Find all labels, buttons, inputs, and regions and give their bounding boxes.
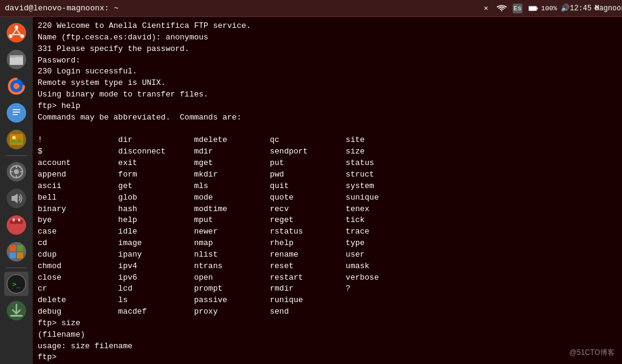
svg-point-17	[12, 136, 16, 140]
firefox-icon	[7, 76, 26, 96]
titlebar-right: ✕ Es 100% 🔊 12:45 ⚙ MagnoonX	[481, 4, 617, 13]
keyboard-lang-icon[interactable]: Es	[513, 4, 522, 13]
sidebar-item-terminal[interactable]: >_	[4, 272, 29, 296]
sidebar-item-photos[interactable]	[4, 127, 29, 152]
svg-rect-15	[13, 114, 18, 115]
files-icon	[7, 50, 26, 69]
volume-icon[interactable]: 🔊	[560, 4, 570, 13]
svg-rect-12	[11, 106, 22, 120]
svg-rect-33	[10, 315, 22, 317]
sidebar-item-calendar[interactable]	[4, 213, 29, 237]
sound-icon	[7, 189, 26, 208]
titlebar: david@lenovo-magnoonx: ~ ✕ Es 100% 🔊 12:…	[0, 0, 622, 17]
sidebar-item-ubuntu[interactable]	[4, 21, 29, 45]
svg-rect-20	[16, 166, 17, 168]
svg-rect-2	[537, 7, 538, 9]
writer-icon	[7, 103, 26, 123]
window-title: david@lenovo-magnoonx: ~	[5, 4, 118, 13]
downloads-icon	[7, 301, 26, 320]
sidebar-divider-2	[5, 268, 27, 268]
svg-rect-26	[10, 220, 23, 224]
main-layout: >_ 220 Welcome to Anella Cientifica FTP …	[0, 17, 622, 364]
terminal-icon: >_	[7, 274, 26, 294]
sidebar-item-software[interactable]	[4, 240, 29, 264]
app-name: MagnoonX	[607, 4, 617, 13]
sidebar-item-system[interactable]	[4, 160, 29, 184]
clock: 12:45	[576, 4, 586, 13]
terminal[interactable]: 220 Welcome to Anella Cientifica FTP ser…	[33, 17, 622, 364]
svg-point-11	[13, 83, 19, 89]
svg-rect-30	[17, 245, 23, 251]
ubuntu-logo-icon	[7, 23, 26, 42]
svg-rect-14	[13, 112, 20, 113]
system-icon	[7, 162, 26, 181]
svg-rect-21	[16, 175, 17, 178]
svg-rect-9	[10, 55, 16, 58]
sidebar-item-firefox[interactable]	[4, 74, 29, 98]
svg-rect-32	[17, 252, 23, 258]
svg-rect-29	[10, 245, 16, 251]
sidebar-item-sound[interactable]	[4, 186, 29, 211]
photos-icon	[7, 130, 26, 149]
calendar-icon	[7, 215, 26, 235]
sidebar-item-writer[interactable]	[4, 101, 29, 125]
svg-rect-31	[10, 252, 16, 258]
svg-rect-8	[10, 57, 23, 65]
watermark: @51CTO博客	[569, 348, 615, 358]
battery-percent: 100%	[544, 4, 554, 13]
svg-rect-13	[13, 109, 20, 110]
close-icon[interactable]: ✕	[481, 4, 491, 13]
wifi-icon	[497, 4, 507, 13]
battery-icon	[528, 4, 538, 13]
svg-rect-1	[529, 7, 536, 10]
svg-rect-27	[13, 218, 15, 221]
sidebar-divider	[5, 155, 27, 156]
sidebar-item-files[interactable]	[4, 47, 29, 72]
sidebar: >_	[0, 17, 33, 364]
svg-point-19	[14, 169, 19, 174]
svg-rect-16	[10, 134, 23, 145]
svg-rect-22	[10, 171, 13, 172]
software-center-icon	[7, 242, 26, 261]
svg-rect-28	[18, 218, 20, 221]
svg-rect-23	[20, 171, 22, 172]
sidebar-item-downloads[interactable]	[4, 298, 29, 323]
svg-marker-24	[12, 194, 18, 203]
